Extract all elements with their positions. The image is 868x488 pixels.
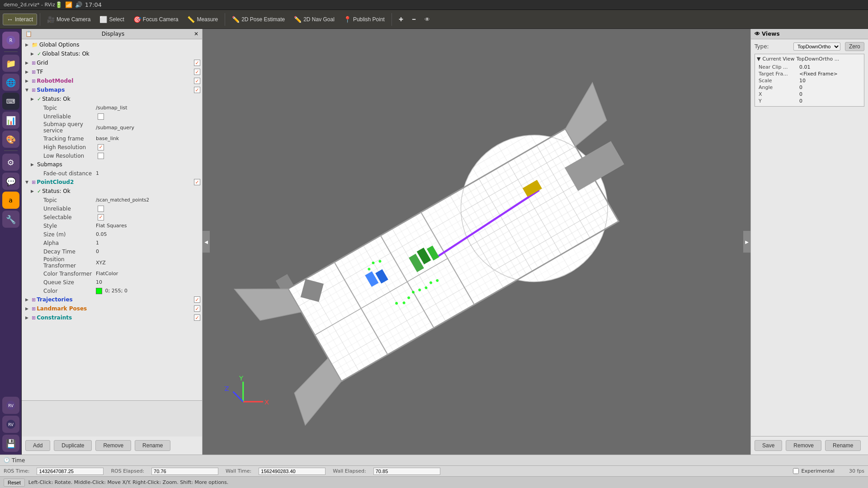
pc2-decay-value[interactable]: 0 <box>96 249 200 254</box>
submaps-topic-value[interactable]: /submap_list <box>96 105 200 111</box>
submaps-lowres-checkbox[interactable] <box>98 153 104 159</box>
wall-time-input[interactable] <box>259 468 326 475</box>
displays-footer <box>22 400 202 436</box>
wall-elapsed-input[interactable] <box>373 468 440 475</box>
ros-elapsed-input[interactable] <box>151 468 218 475</box>
extra-tool-3[interactable]: 👁 <box>420 14 434 25</box>
pc2-alpha-value[interactable]: 1 <box>96 240 200 246</box>
pc2-queue-value[interactable]: 10 <box>96 279 200 285</box>
move-camera-button[interactable]: 🎥 Move Camera <box>43 14 94 25</box>
dock-rviz-icon[interactable]: R <box>2 32 19 49</box>
global-options-item[interactable]: ▶ 📁 Global Options <box>22 40 202 49</box>
focus-camera-button[interactable]: 🎯 Focus Camera <box>129 14 183 25</box>
robotmodel-item[interactable]: ▶ ⊞ RobotModel <box>22 76 202 85</box>
grid-checkbox[interactable] <box>194 60 200 66</box>
target-frame-value[interactable]: <Fixed Frame> <box>799 71 838 77</box>
constraints-label: Constraints <box>37 314 192 321</box>
views-save-button[interactable]: Save <box>755 440 782 451</box>
displays-close-icon[interactable]: ✕ <box>194 31 198 37</box>
ros-time-input[interactable] <box>37 468 104 475</box>
pc2-topic-value[interactable]: /scan_matched_points2 <box>96 197 200 202</box>
nav-goal-button[interactable]: ✏️ 2D Nav Goal <box>290 14 339 25</box>
measure-button[interactable]: 📏 Measure <box>183 14 222 25</box>
pc2-unreliable-checkbox[interactable] <box>98 206 104 212</box>
y-value[interactable]: 0 <box>799 98 802 104</box>
dock-rviz3-icon[interactable]: RV <box>2 416 19 433</box>
duplicate-display-button[interactable]: Duplicate <box>54 440 92 451</box>
dock-rviz2-icon[interactable]: RV <box>2 397 19 414</box>
dock-settings-icon[interactable]: ⚙ <box>2 154 19 171</box>
3d-viewport[interactable]: ◀ ▶ <box>203 29 750 455</box>
collapse-left-arrow[interactable]: ◀ <box>203 231 210 253</box>
submaps-tracking-value[interactable]: base_link <box>96 136 200 141</box>
tf-label: TF <box>37 69 192 75</box>
dock-calc-icon[interactable]: 📊 <box>2 112 19 129</box>
submaps-highres-checkbox[interactable] <box>98 144 104 150</box>
time-panel-bar: 🕐 Time <box>0 455 868 465</box>
submaps-query-value[interactable]: /submap_query <box>96 125 200 131</box>
views-remove-button[interactable]: Remove <box>786 440 821 451</box>
constraints-item[interactable]: ▶ ⊞ Constraints <box>22 313 202 322</box>
trajectories-item[interactable]: ▶ ⊞ Trajectories <box>22 295 202 304</box>
pointcloud2-checkbox[interactable] <box>194 179 200 185</box>
add-display-button[interactable]: Add <box>25 440 50 451</box>
dock-browser-icon[interactable]: 🌐 <box>2 74 19 91</box>
grid-item[interactable]: ▶ ⊞ Grid <box>22 58 202 67</box>
pc2-selectable-checkbox[interactable] <box>98 214 104 221</box>
experimental-checkbox[interactable] <box>793 468 799 474</box>
rename-display-button[interactable]: Rename <box>135 440 170 451</box>
publish-point-button[interactable]: 📍 Publish Point <box>340 14 389 25</box>
scale-value[interactable]: 10 <box>799 78 806 84</box>
pc2-color-trans-value[interactable]: FlatColor <box>96 271 200 277</box>
trajectories-checkbox[interactable] <box>194 296 200 303</box>
landmark-poses-item[interactable]: ▶ ⊞ Landmark Poses <box>22 304 202 313</box>
submaps-lowres-label: Low Resolution <box>24 153 96 159</box>
landmark-checkbox[interactable] <box>194 305 200 312</box>
grid-arrow: ▶ <box>25 61 32 65</box>
angle-value[interactable]: 0 <box>799 84 802 90</box>
dock-files-icon[interactable]: 📁 <box>2 55 19 72</box>
remove-display-button[interactable]: Remove <box>95 440 131 451</box>
dock-storage-icon[interactable]: 💾 <box>2 435 19 452</box>
submaps-checkbox[interactable] <box>194 87 200 93</box>
interact-button[interactable]: ↔ Interact <box>3 14 37 25</box>
tf-item[interactable]: ▶ ⊞ TF <box>22 67 202 76</box>
pc2-decay-label: Decay Time <box>24 249 96 255</box>
reset-button[interactable]: Reset <box>4 479 25 487</box>
views-rename-button[interactable]: Rename <box>825 440 861 451</box>
near-clip-value[interactable]: 0.01 <box>799 64 811 70</box>
extra-tool-1[interactable]: ✚ <box>395 14 407 25</box>
dock-paint-icon[interactable]: 🎨 <box>2 131 19 148</box>
pc2-color-value[interactable]: 0; 255; 0 <box>96 288 200 294</box>
submaps-unreliable-checkbox[interactable] <box>98 113 104 120</box>
x-value[interactable]: 0 <box>799 91 802 97</box>
tf-checkbox[interactable] <box>194 69 200 75</box>
robotmodel-checkbox[interactable] <box>194 78 200 84</box>
pointcloud2-item[interactable]: ▼ ⊞ PointCloud2 <box>22 178 202 187</box>
current-view-collapse-arrow[interactable]: ▼ <box>757 56 760 62</box>
submaps-sub-item[interactable]: ▶ Submaps <box>22 160 202 169</box>
pc2-position-value[interactable]: XYZ <box>96 260 200 266</box>
view-zero-button[interactable]: Zero <box>845 42 864 51</box>
constraints-checkbox[interactable] <box>194 314 200 321</box>
view-type-select[interactable]: TopDownOrtho <box>793 42 840 51</box>
scale-label: Scale <box>759 78 799 84</box>
pc2-size-value[interactable]: 0.05 <box>96 231 200 237</box>
pose-estimate-button[interactable]: ✏️ 2D Pose Estimate <box>228 14 289 25</box>
window-title: demo_2d.rviz* - RViz <box>4 2 55 8</box>
dock-amazon-icon[interactable]: a <box>2 192 19 209</box>
submaps-fadeout-value[interactable]: 1 <box>96 170 200 176</box>
status-bar: ROS Time: ROS Elapsed: Wall Time: Wall E… <box>0 465 868 476</box>
dock-terminal-icon[interactable]: ⌨ <box>2 93 19 110</box>
time-panel-label: Time <box>12 457 25 464</box>
dock-chat-icon[interactable]: 💬 <box>2 173 19 190</box>
collapse-right-arrow[interactable]: ▶ <box>743 231 750 253</box>
svg-text:Y: Y <box>239 374 244 382</box>
submaps-item[interactable]: ▼ ⊞ Submaps <box>22 85 202 94</box>
global-status-item[interactable]: ▶ ✓ Global Status: Ok <box>22 49 202 58</box>
extra-tool-2[interactable]: ━ <box>408 14 420 25</box>
pc2-style-value[interactable]: Flat Squares <box>96 223 200 229</box>
dock-wrench-icon[interactable]: 🔧 <box>2 211 19 228</box>
pc2-unreliable-label: Unreliable <box>24 206 96 212</box>
select-button[interactable]: ⬜ Select <box>95 14 128 25</box>
